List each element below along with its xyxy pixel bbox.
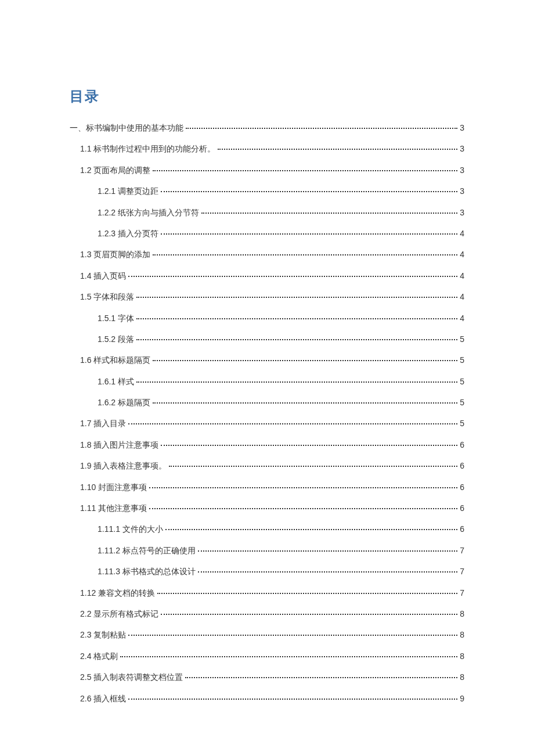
toc-leader-dots — [153, 254, 457, 255]
toc-entry[interactable]: 1.8 插入图片注意事项6 — [80, 434, 464, 455]
toc-entry-label: 一、标书编制中使用的基本功能 — [70, 117, 183, 138]
toc-entry[interactable]: 1.10 封面注意事项6 — [80, 477, 464, 498]
toc-entry[interactable]: 1.6.1 样式5 — [98, 371, 464, 392]
toc-entry-label: 1.5.2 段落 — [98, 329, 134, 350]
toc-entry[interactable]: 1.11.1 文件的大小6 — [98, 519, 464, 539]
toc-entry-page: 4 — [460, 265, 464, 286]
toc-entry-page: 3 — [460, 202, 464, 223]
toc-entry[interactable]: 1.5.2 段落5 — [98, 329, 464, 350]
toc-entry[interactable]: 2.3 复制粘贴8 — [80, 624, 464, 645]
toc-entry[interactable]: 1.11.2 标点符号的正确使用7 — [98, 540, 464, 561]
toc-entry[interactable]: 1.9 插入表格注意事项。6 — [80, 455, 464, 476]
toc-entry-label: 1.8 插入图片注意事项 — [80, 434, 158, 455]
toc-entry-label: 1.12 兼容文档的转换 — [80, 582, 155, 603]
toc-entry-page: 7 — [460, 582, 464, 603]
toc-entry-label: 1.2.2 纸张方向与插入分节符 — [98, 202, 199, 223]
toc-entry-page: 4 — [460, 286, 464, 307]
toc-entry[interactable]: 1.3 页眉页脚的添加4 — [80, 244, 464, 265]
toc-leader-dots — [186, 128, 457, 129]
toc-entry[interactable]: 1.2.3 插入分页符4 — [98, 223, 464, 244]
toc-entry[interactable]: 2.5 插入制表符调整文档位置8 — [80, 667, 464, 687]
toc-entry[interactable]: 1.12 兼容文档的转换7 — [80, 582, 464, 603]
toc-title: 目录 — [70, 87, 464, 106]
toc-leader-dots — [185, 677, 457, 678]
toc-entry-label: 2.4 格式刷 — [80, 646, 118, 667]
toc-entry-label: 1.11.3 标书格式的总体设计 — [98, 561, 196, 582]
toc-entry[interactable]: 一、标书编制中使用的基本功能3 — [70, 117, 464, 138]
toc-leader-dots — [128, 276, 457, 277]
toc-leader-dots — [120, 656, 457, 657]
toc-entry[interactable]: 1.11 其他注意事项6 — [80, 498, 464, 519]
toc-entry-page: 4 — [460, 308, 464, 329]
toc-entry[interactable]: 1.2.2 纸张方向与插入分节符3 — [98, 202, 464, 223]
toc-leader-dots — [149, 508, 457, 509]
toc-entry[interactable]: 1.2 页面布局的调整3 — [80, 160, 464, 181]
toc-leader-dots — [157, 593, 457, 594]
toc-entry[interactable]: 2.6 插入框线9 — [80, 688, 464, 709]
toc-entry-label: 1.1 标书制作过程中用到的功能分析。 — [80, 138, 215, 159]
toc-entry-page: 5 — [460, 371, 464, 392]
toc-entry-label: 1.6.1 样式 — [98, 371, 134, 392]
toc-entry-label: 1.11.1 文件的大小 — [98, 519, 163, 539]
toc-entry-page: 8 — [460, 646, 464, 667]
toc-entry[interactable]: 1.6.2 标题隔页5 — [98, 392, 464, 413]
toc-entry-page: 4 — [460, 223, 464, 244]
toc-entry-page: 9 — [460, 688, 464, 709]
toc-entry[interactable]: 1.5 字体和段落4 — [80, 286, 464, 307]
toc-entry[interactable]: 1.4 插入页码4 — [80, 265, 464, 286]
toc-entry-label: 1.5.1 字体 — [98, 308, 134, 329]
toc-leader-dots — [165, 529, 457, 530]
toc-leader-dots — [136, 381, 457, 383]
toc-leader-dots — [161, 614, 457, 615]
toc-leader-dots — [136, 339, 457, 340]
toc-leader-dots — [201, 213, 457, 214]
toc-leader-dots — [128, 423, 457, 424]
toc-leader-dots — [161, 445, 457, 446]
toc-entry-page: 5 — [460, 392, 464, 413]
toc-entry-page: 7 — [460, 540, 464, 561]
toc-entry[interactable]: 1.2.1 调整页边距3 — [98, 181, 464, 201]
toc-entry-label: 2.2 显示所有格式标记 — [80, 603, 158, 624]
toc-leader-dots — [161, 233, 457, 235]
toc-entry-label: 2.3 复制粘贴 — [80, 624, 126, 645]
toc-entry-label: 1.2.3 插入分页符 — [98, 223, 158, 244]
toc-leader-dots — [128, 635, 457, 636]
toc-leader-dots — [218, 149, 457, 150]
toc-entry-label: 1.11 其他注意事项 — [80, 498, 147, 519]
toc-entry[interactable]: 1.1 标书制作过程中用到的功能分析。3 — [80, 138, 464, 159]
toc-entry-page: 8 — [460, 603, 464, 624]
toc-entry-label: 1.9 插入表格注意事项。 — [80, 455, 167, 476]
toc-entry-label: 1.10 封面注意事项 — [80, 477, 147, 498]
toc-leader-dots — [136, 318, 457, 319]
toc-entry-page: 8 — [460, 624, 464, 645]
toc-entry-label: 1.6 样式和标题隔页 — [80, 350, 150, 370]
toc-leader-dots — [198, 571, 457, 573]
toc-entry[interactable]: 1.6 样式和标题隔页5 — [80, 350, 464, 370]
toc-leader-dots — [169, 466, 457, 467]
toc-entry-page: 6 — [460, 519, 464, 539]
toc-entry-page: 5 — [460, 350, 464, 370]
toc-entry[interactable]: 1.11.3 标书格式的总体设计7 — [98, 561, 464, 582]
toc-entry[interactable]: 2.4 格式刷8 — [80, 646, 464, 667]
toc-entry-label: 1.2 页面布局的调整 — [80, 160, 150, 181]
toc-entry-page: 6 — [460, 498, 464, 519]
toc-entry-page: 6 — [460, 455, 464, 476]
toc-entry-page: 7 — [460, 561, 464, 582]
toc-entry-page: 6 — [460, 434, 464, 455]
toc-leader-dots — [153, 170, 457, 171]
toc-list: 一、标书编制中使用的基本功能31.1 标书制作过程中用到的功能分析。31.2 页… — [70, 117, 464, 709]
toc-entry[interactable]: 1.5.1 字体4 — [98, 308, 464, 329]
toc-leader-dots — [198, 550, 457, 552]
toc-entry-page: 3 — [460, 160, 464, 181]
toc-entry-page: 3 — [460, 138, 464, 159]
toc-leader-dots — [136, 297, 457, 298]
toc-leader-dots — [128, 699, 457, 700]
toc-entry-page: 8 — [460, 667, 464, 687]
toc-entry-label: 1.7 插入目录 — [80, 413, 126, 434]
toc-entry[interactable]: 1.7 插入目录5 — [80, 413, 464, 434]
toc-leader-dots — [149, 487, 457, 488]
toc-entry-page: 3 — [460, 117, 464, 138]
toc-entry-page: 5 — [460, 329, 464, 350]
toc-leader-dots — [153, 360, 457, 361]
toc-entry[interactable]: 2.2 显示所有格式标记8 — [80, 603, 464, 624]
